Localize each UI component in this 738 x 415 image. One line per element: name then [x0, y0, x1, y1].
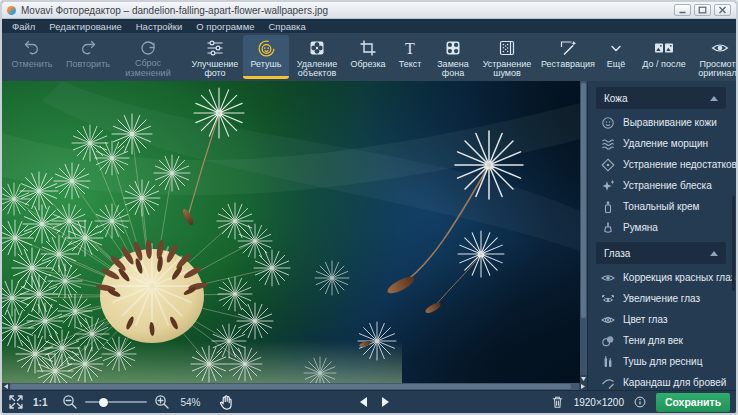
tool-background-removal[interactable]: Замена фона [429, 35, 477, 79]
background-removal-icon [444, 38, 462, 58]
sidebar-item-skin-smoothing[interactable]: Выравнивание кожи [588, 112, 736, 133]
save-button[interactable]: Сохранить [656, 393, 730, 412]
collapse-triangle-icon [710, 251, 718, 256]
tool-restoration[interactable]: Реставрация [537, 35, 599, 79]
object-removal-icon [308, 38, 326, 58]
menu-item-file[interactable]: Файл [5, 21, 42, 32]
scroll-down-button[interactable] [580, 375, 587, 383]
tool-noise-removal[interactable]: Устранение шумов [477, 35, 537, 79]
view-group: До / после Просмотр оригинала [637, 33, 738, 79]
delete-image-button[interactable] [550, 394, 565, 410]
tool-more[interactable]: Ещё [599, 35, 633, 79]
view-original-label: Просмотр оригинала [691, 60, 738, 79]
noise-removal-icon [498, 38, 516, 58]
sidebar-item-label: Удаление морщин [623, 138, 708, 149]
section-header-eyes[interactable]: Глаза [596, 242, 726, 264]
sidebar-item-eye-enlargement[interactable]: Увеличение глаз [588, 288, 736, 309]
sidebar-item-shine-removal[interactable]: Устранение блеска [588, 175, 736, 196]
section-title: Кожа [604, 93, 628, 104]
hand-tool-button[interactable] [218, 394, 235, 411]
tool-text[interactable]: T Текст [391, 35, 429, 79]
zoom-out-icon [62, 394, 78, 410]
close-button[interactable] [714, 4, 731, 16]
next-image-button[interactable] [381, 396, 391, 408]
info-icon[interactable] [633, 395, 647, 409]
tools-group: Улучшение фото Ретушь Удаление объектов … [187, 33, 633, 79]
canvas-vertical-scrollbar[interactable] [580, 81, 587, 383]
tool-label: Устранение шумов [477, 60, 537, 79]
tool-photo-enhance[interactable]: Улучшение фото [187, 35, 243, 79]
toolbar: Отменить Повторить Сброс изменений Улучш… [2, 33, 736, 81]
chevron-down-icon [609, 38, 623, 58]
tool-label: Ретушь [251, 60, 282, 70]
fit-to-screen-button[interactable] [8, 394, 24, 410]
maximize-button[interactable] [694, 4, 711, 16]
sidebar-item-wrinkle-removal[interactable]: Удаление морщин [588, 133, 736, 154]
history-group: Отменить Повторить Сброс изменений [2, 33, 179, 79]
menu-item-help[interactable]: Справка [261, 21, 312, 32]
scroll-left-button[interactable] [2, 383, 10, 390]
tool-object-removal[interactable]: Удаление объектов [289, 35, 345, 79]
section-header-skin[interactable]: Кожа [596, 87, 726, 109]
sidebar-item-blush[interactable]: Румяна [588, 217, 736, 238]
reset-changes-button[interactable]: Сброс изменений [117, 35, 179, 79]
view-original-button[interactable]: Просмотр оригинала [691, 35, 738, 79]
sidebar-item-label: Румяна [623, 222, 658, 233]
actual-size-button[interactable]: 1:1 [33, 397, 47, 408]
zoom-out-button[interactable] [62, 394, 78, 410]
trash-icon [550, 394, 565, 410]
tool-label: Удаление объектов [289, 60, 345, 79]
previous-icon [360, 397, 367, 407]
menu-item-about[interactable]: О программе [189, 21, 261, 32]
before-after-button[interactable]: До / после [637, 35, 691, 79]
sidebar-item-label: Тональный крем [623, 201, 699, 212]
sidebar-item-label: Устранение недостатков [623, 159, 736, 170]
tool-retouch[interactable]: Ретушь [243, 35, 289, 79]
sidebar-item-red-eye-correction[interactable]: Коррекция красных глаз [588, 267, 736, 288]
foundation-bottle-icon [601, 200, 615, 214]
undo-icon [23, 38, 41, 58]
menu-bar: Файл Редактирование Настройки О программ… [2, 19, 736, 33]
retouch-sidebar: Кожа Выравнивание кожи Удаление морщин У… [587, 81, 736, 390]
retouch-face-icon [257, 38, 276, 58]
sidebar-item-eyebrow-pencil[interactable]: Карандаш для бровей [588, 372, 736, 390]
redo-button[interactable]: Повторить [59, 35, 117, 79]
sidebar-scroll-thumb[interactable] [732, 196, 735, 291]
blemish-removal-icon [601, 158, 615, 172]
previous-image-button[interactable] [358, 396, 368, 408]
tool-label: Текст [399, 60, 422, 70]
svg-text:T: T [405, 40, 415, 57]
sidebar-item-label: Выравнивание кожи [623, 117, 717, 128]
shine-removal-icon [601, 179, 615, 193]
eyeshadow-icon [601, 334, 615, 348]
window-controls [674, 4, 731, 16]
sidebar-item-label: Устранение блеска [623, 180, 712, 191]
resolution-value: 1920×1200 [574, 397, 624, 408]
sidebar-item-blemish-removal[interactable]: Устранение недостатков [588, 154, 736, 175]
sidebar-item-mascara[interactable]: Тушь для ресниц [588, 351, 736, 372]
zoom-in-button[interactable] [154, 394, 170, 410]
reset-icon [139, 38, 157, 57]
horizontal-scroll-thumb[interactable] [10, 384, 571, 389]
sidebar-item-foundation[interactable]: Тональный крем [588, 196, 736, 217]
movavi-logo-icon [7, 6, 16, 15]
zoom-slider-knob[interactable] [99, 398, 108, 407]
tool-crop[interactable]: Обрезка [345, 35, 391, 79]
scroll-right-button[interactable] [579, 383, 587, 390]
before-after-icon [654, 38, 674, 58]
vertical-scroll-thumb[interactable] [581, 83, 586, 318]
menu-item-edit[interactable]: Редактирование [42, 21, 128, 32]
sidebar-item-eyeshadow[interactable]: Тени для век [588, 330, 736, 351]
image-canvas[interactable] [2, 81, 587, 390]
blush-brush-icon [601, 221, 615, 235]
undo-button[interactable]: Отменить [5, 35, 59, 79]
collapse-triangle-icon [710, 96, 718, 101]
sidebar-item-eye-color[interactable]: Цвет глаз [588, 309, 736, 330]
minimize-button[interactable] [674, 4, 691, 16]
canvas-horizontal-scrollbar[interactable] [2, 383, 587, 390]
text-icon: T [401, 38, 419, 58]
eye-enlarge-icon [601, 292, 615, 306]
menu-item-settings[interactable]: Настройки [129, 21, 190, 32]
sidebar-item-label: Цвет глаз [623, 314, 667, 325]
zoom-slider[interactable] [85, 396, 147, 408]
